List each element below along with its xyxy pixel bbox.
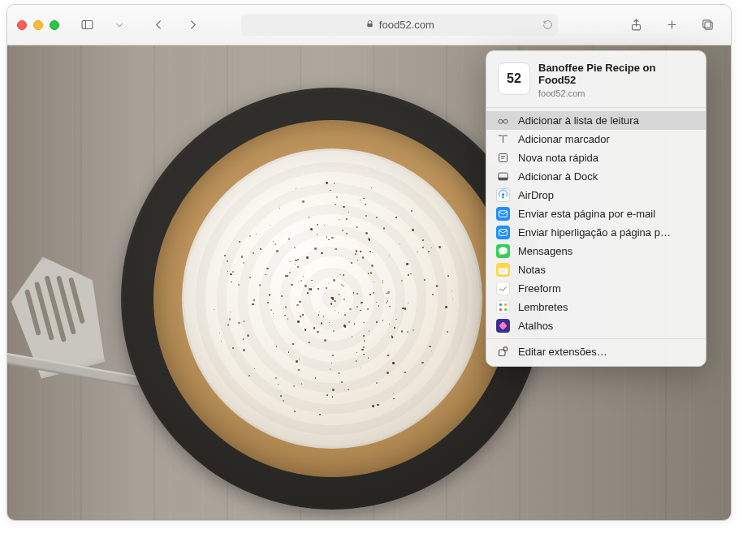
svg-point-15 [502,193,504,196]
svg-point-22 [499,303,502,305]
address-bar[interactable]: food52.com [241,14,558,36]
airdrop-icon [496,188,510,202]
share-item-label: Adicionar à Dock [518,170,598,183]
svg-rect-16 [499,210,508,217]
book-icon [496,132,510,146]
share-item-label: Lembretes [518,301,568,313]
share-item-label: Notas [518,264,546,276]
share-item-bookmark[interactable]: Adicionar marcador [486,130,706,148]
svg-rect-0 [82,21,93,29]
share-item-label: AirDrop [518,189,554,201]
extension-icon [496,345,510,359]
share-title: Banoffee Pie Recipe on Food52 [538,62,694,87]
tab-overview-button[interactable] [695,15,721,36]
svg-point-8 [499,119,503,123]
mail-icon [496,226,510,239]
share-thumbnail: 52 [498,62,530,95]
share-item-label: Adicionar marcador [518,133,610,145]
tab-group-dropdown-button[interactable] [106,15,132,36]
toolbar: food52.com [7,5,731,45]
lock-icon [365,19,374,31]
share-item-link-mail[interactable]: Enviar hiperligação a página p… [486,223,706,242]
close-window-button[interactable] [17,20,27,30]
notes-icon [496,263,510,277]
share-item-add-to-dock[interactable]: Adicionar à Dock [486,167,706,186]
share-item-freeform[interactable]: Freeform [486,279,706,298]
share-item-label: Atalhos [518,320,553,332]
new-tab-button[interactable] [659,15,685,36]
forward-button[interactable] [179,15,205,36]
share-item-airdrop[interactable]: AirDrop [486,186,706,204]
svg-rect-6 [705,22,712,29]
back-button[interactable] [145,15,171,36]
share-item-label: Adicionar à lista de leitura [518,114,639,127]
minimize-window-button[interactable] [33,20,43,30]
edit-extensions-label: Editar extensões… [518,346,607,358]
svg-rect-14 [499,177,508,179]
svg-rect-10 [499,153,508,161]
svg-rect-19 [499,265,508,268]
svg-point-23 [499,308,502,311]
glasses-icon [496,114,510,127]
share-items-list: Adicionar à lista de leituraAdicionar ma… [486,108,706,338]
svg-point-9 [503,119,508,123]
fullscreen-window-button[interactable] [50,20,59,30]
share-item-quick-note[interactable]: Nova nota rápida [486,148,706,167]
share-header: 52 Banoffee Pie Recipe on Food52 food52.… [486,51,706,107]
reminders-icon [496,300,510,314]
reload-button[interactable] [542,19,553,30]
svg-rect-7 [703,20,711,28]
share-button[interactable] [624,15,650,36]
svg-point-25 [504,308,507,311]
svg-rect-26 [499,321,508,330]
pie-photo [121,88,543,510]
share-item-messages[interactable]: Mensagens [486,242,706,260]
messages-icon [496,244,510,258]
share-item-shortcuts[interactable]: Atalhos [486,316,706,335]
share-item-label: Enviar esta página por e-mail [518,208,655,220]
share-popover: 52 Banoffee Pie Recipe on Food52 food52.… [486,50,706,367]
dock-icon [496,170,510,183]
share-item-reading-list[interactable]: Adicionar à lista de leitura [486,111,706,130]
share-item-label: Nova nota rápida [518,152,598,164]
share-item-label: Enviar hiperligação a página p… [518,226,671,239]
note-square-icon [496,151,510,165]
share-item-reminders[interactable]: Lembretes [486,298,706,316]
window-controls [17,20,59,30]
shortcuts-icon [496,319,510,333]
svg-rect-2 [367,24,372,27]
svg-point-24 [504,303,507,305]
mail-icon [496,207,510,221]
share-item-label: Freeform [518,282,561,295]
url-text: food52.com [379,19,434,31]
svg-rect-17 [499,229,508,235]
share-item-mail[interactable]: Enviar esta página por e-mail [486,204,706,223]
share-item-notes[interactable]: Notas [486,260,706,279]
share-item-label: Mensagens [518,245,572,257]
share-domain: food52.com [538,88,694,99]
freeform-icon [496,282,510,295]
sidebar-toggle-button[interactable] [74,15,100,36]
edit-extensions-item[interactable]: Editar extensões… [486,342,706,361]
browser-window: food52.com [6,4,732,521]
